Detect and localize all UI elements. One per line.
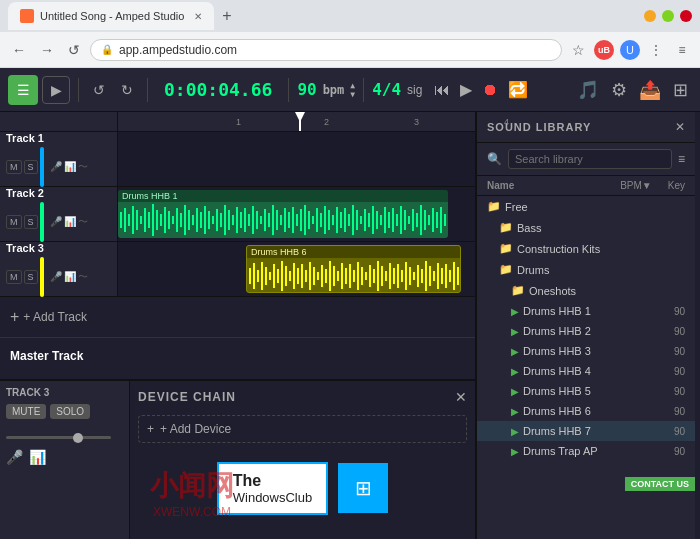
tab-close-icon[interactable]: ✕ [194, 11, 202, 22]
cursor-tool-button[interactable]: ▶ [42, 76, 70, 104]
extension2-icon[interactable]: ⋮ [646, 40, 666, 60]
svg-rect-129 [437, 263, 439, 289]
library-folder-drums[interactable]: 📁 Drums [477, 259, 695, 280]
metronome-button[interactable]: 🎵 [573, 75, 603, 105]
track-1-lane[interactable] [118, 132, 475, 186]
track-3-clip[interactable]: Drums HHB 6 [246, 245, 461, 293]
library-header: SOUND LIBRARY ✕ [477, 112, 695, 143]
library-filter-button[interactable]: ≡ [678, 152, 685, 166]
svg-rect-25 [220, 213, 222, 227]
grid-button[interactable]: ⊞ [669, 75, 692, 105]
solo-button[interactable]: SOLO [50, 404, 90, 419]
library-folder-bass[interactable]: 📁 Bass [477, 217, 695, 238]
volume-slider[interactable] [6, 436, 111, 439]
track-3-solo[interactable]: S [24, 270, 38, 284]
svg-rect-113 [373, 269, 375, 283]
back-button[interactable]: ← [8, 40, 30, 60]
sig-label: sig [407, 83, 422, 97]
svg-rect-45 [300, 209, 302, 231]
track-panel: 1 2 3 4 Track 1 M [0, 112, 475, 539]
list-item[interactable]: ▶ Drums Trap AP 90 [477, 441, 695, 461]
url-text: app.ampedstudio.com [119, 43, 237, 57]
track-3-eq-icon: 📊 [64, 271, 76, 282]
track-1-mute[interactable]: M [6, 160, 22, 174]
ruler-mark-1: 1 [236, 112, 241, 131]
svg-rect-130 [441, 268, 443, 284]
svg-rect-112 [369, 265, 371, 287]
list-item[interactable]: ▶ Drums HHB 6 90 [477, 401, 695, 421]
tab-favicon [20, 9, 34, 23]
track-1-mic-icon: 🎤 [50, 161, 62, 172]
list-item[interactable]: ▶ Drums HHB 2 90 [477, 321, 695, 341]
svg-rect-61 [364, 209, 366, 231]
toolbar-separator2 [147, 78, 148, 102]
svg-rect-49 [316, 208, 318, 232]
settings-button[interactable]: ⚙ [607, 75, 631, 105]
skip-back-button[interactable]: ⏮ [430, 77, 454, 103]
svg-rect-60 [360, 216, 362, 224]
track-2-solo[interactable]: S [24, 215, 38, 229]
mute-button[interactable]: MUTE [6, 404, 46, 419]
ublock-icon[interactable]: uB [594, 40, 614, 60]
extensions-icon[interactable]: ☆ [568, 40, 588, 60]
ruler-inner: 1 2 3 4 [236, 112, 475, 131]
list-item[interactable]: ▶ Drums HHB 5 90 [477, 381, 695, 401]
browser-controls: ← → ↺ 🔒 app.ampedstudio.com ☆ uB U ⋮ ≡ [0, 32, 700, 68]
svg-rect-91 [285, 266, 287, 286]
col-bpm-label[interactable]: BPM▼ [620, 180, 652, 191]
play-button[interactable]: ▶ [456, 76, 476, 103]
loop-button[interactable]: 🔁 [504, 76, 532, 103]
track-3-mute[interactable]: M [6, 270, 22, 284]
toolbar-separator4 [363, 78, 364, 102]
svg-rect-11 [164, 207, 166, 233]
add-device-button[interactable]: + + Add Device [138, 415, 467, 443]
record-button[interactable]: ⏺ [478, 77, 502, 103]
window-close[interactable] [680, 10, 692, 22]
library-footer: CONTACT US [477, 461, 695, 491]
svg-rect-125 [421, 269, 423, 283]
library-search-input[interactable] [508, 149, 672, 169]
list-item[interactable]: ▶ Drums HHB 3 90 [477, 341, 695, 361]
list-item[interactable]: ▶ Drums HHB 4 90 [477, 361, 695, 381]
window-minimize[interactable] [644, 10, 656, 22]
svg-rect-122 [409, 267, 411, 285]
new-tab-button[interactable]: + [218, 7, 235, 25]
redo-button[interactable]: ↻ [115, 78, 139, 102]
clip-3-label: Drums HHB 6 [247, 246, 460, 258]
library-folder-free[interactable]: 📁 Free [477, 196, 695, 217]
svg-rect-71 [404, 210, 406, 230]
svg-rect-90 [281, 261, 283, 291]
forward-button[interactable]: → [36, 40, 58, 60]
add-track-button[interactable]: + + Add Track [0, 297, 475, 337]
track-2-clip[interactable]: Drums HHB 1 [118, 190, 448, 238]
library-folder-construction-kits[interactable]: 📁 Construction Kits [477, 238, 695, 259]
svg-rect-100 [321, 265, 323, 287]
track-2-lane[interactable]: Drums HHB 1 [118, 187, 475, 241]
track-3-lane[interactable]: Drums HHB 6 [118, 242, 475, 296]
contact-us-button[interactable]: CONTACT US [625, 477, 695, 491]
refresh-button[interactable]: ↺ [64, 40, 84, 60]
svg-rect-44 [296, 214, 298, 226]
list-item[interactable]: ▶ Drums HHB 1 90 [477, 301, 695, 321]
track-1-solo[interactable]: S [24, 160, 38, 174]
library-search: 🔍 ≡ [477, 143, 695, 176]
menu-icon[interactable]: ≡ [672, 40, 692, 60]
undo-button[interactable]: ↺ [87, 78, 111, 102]
track-row: Track 1 M S 🎤 📊 〜 [0, 132, 475, 187]
svg-rect-99 [317, 272, 319, 280]
device-chain-close-button[interactable]: ✕ [455, 389, 467, 405]
library-folder-oneshots[interactable]: 📁 Oneshots [477, 280, 695, 301]
bpm-arrows[interactable]: ▲▼ [350, 81, 355, 99]
menu-button[interactable]: ☰ [8, 75, 38, 105]
window-maximize[interactable] [662, 10, 674, 22]
svg-rect-34 [256, 211, 258, 229]
share-button[interactable]: 📤 [635, 75, 665, 105]
address-bar[interactable]: 🔒 app.ampedstudio.com [90, 39, 562, 61]
library-close-button[interactable]: ✕ [675, 120, 685, 134]
play-icon: ▶ [511, 426, 519, 437]
user-icon[interactable]: U [620, 40, 640, 60]
list-item[interactable]: ▶ Drums HHB 7 90 [477, 421, 695, 441]
track-2-mute[interactable]: M [6, 215, 22, 229]
browser-tab[interactable]: Untitled Song - Amped Studio ✕ [8, 2, 214, 30]
svg-rect-109 [357, 262, 359, 290]
